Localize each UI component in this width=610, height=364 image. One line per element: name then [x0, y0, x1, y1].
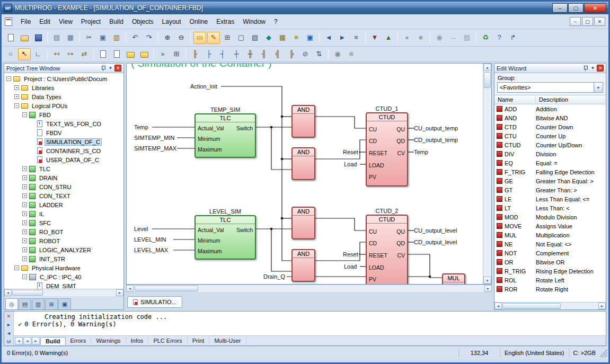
wizard-row-not[interactable]: NOTComplement: [494, 248, 606, 258]
swap-operands-button[interactable]: ⇅: [313, 48, 325, 60]
rebuild-button[interactable]: ♻: [479, 32, 492, 44]
expand-icon[interactable]: +: [14, 94, 19, 99]
wizard-row-move[interactable]: MOVEAssigns Value: [494, 221, 606, 230]
menu-view[interactable]: View: [55, 16, 77, 28]
wizard-hscroll-thumb[interactable]: [502, 303, 561, 309]
tree-hscroll-track[interactable]: [12, 289, 116, 296]
tree-item-sfc[interactable]: +SFC: [4, 218, 123, 227]
tree-item-logical-pous[interactable]: −Logical POUs: [4, 101, 123, 110]
message-tab-build[interactable]: Build: [40, 337, 66, 345]
tree-hscroll-thumb[interactable]: [12, 290, 43, 296]
insert-group-button[interactable]: [124, 48, 137, 60]
scroll-right-icon[interactable]: ►: [116, 289, 123, 296]
editor-vscroll-track[interactable]: [483, 71, 491, 277]
template-view-tab[interactable]: ▤: [19, 298, 31, 309]
magnet-button[interactable]: ◉: [331, 48, 344, 60]
editor-vscrollbar[interactable]: ▲ ▼: [483, 64, 491, 284]
mdi-minimize-button[interactable]: –: [570, 17, 581, 26]
tree-item-libraries[interactable]: +Libraries: [4, 83, 123, 92]
tree-item-drain[interactable]: +DRAIN: [4, 173, 123, 182]
expand-icon[interactable]: +: [22, 184, 27, 189]
expand-icon[interactable]: +: [22, 211, 27, 216]
fbd-variable-load[interactable]: Load: [344, 161, 357, 167]
tree-item-text-ws-for-co[interactable]: TEXT_WS_FOR_CO: [4, 119, 123, 128]
tree-item-c-ipc-ipc-40[interactable]: −C_IPC : IPC_40: [4, 272, 123, 281]
set-coil-button[interactable]: ╣: [271, 48, 284, 60]
panel-close-icon[interactable]: ✕: [597, 65, 604, 72]
fbd-variable-cu-output-level[interactable]: CU_output_level: [414, 227, 457, 234]
fbd-block-and[interactable]: AND: [291, 105, 315, 138]
chevron-down-icon[interactable]: ▼: [594, 83, 603, 92]
tree-item-user-data-of-c[interactable]: USER_DATA_OF_C: [4, 155, 123, 164]
wizard-row-r-trig[interactable]: R_TRIGRising Edge Detection: [494, 267, 606, 276]
wizard-row-eq[interactable]: EQEqual: =: [494, 158, 606, 167]
tree-item-project-c-users-public-docum[interactable]: −Project : C:\Users\Public\Docum: [4, 74, 123, 83]
close-message-icon[interactable]: ✕: [5, 313, 13, 319]
menu-online[interactable]: Online: [185, 16, 213, 28]
stop-button[interactable]: ■: [414, 32, 427, 44]
column-description[interactable]: Description: [536, 96, 606, 103]
worksheet-tab-simulation[interactable]: SIMULATIO...: [127, 296, 182, 308]
fbd-variable-action-init[interactable]: Action_init: [190, 83, 217, 90]
maximize-button[interactable]: ▢: [568, 3, 584, 13]
tree-item-robot[interactable]: +ROBOT: [4, 236, 123, 245]
contact-left-button[interactable]: ┤: [216, 48, 229, 60]
msg-tab-next-icon[interactable]: ►: [32, 337, 40, 345]
tree-item-fbdv[interactable]: FBDV: [4, 128, 123, 137]
contact-right-button[interactable]: ├: [202, 48, 215, 60]
fbd-mode-button[interactable]: ✎: [207, 32, 220, 44]
open-file-button[interactable]: [18, 32, 31, 44]
scroll-left-icon[interactable]: ◄: [494, 303, 502, 309]
page-layout-button[interactable]: ▧: [249, 32, 261, 44]
call-tree-button[interactable]: ≡: [350, 32, 363, 44]
coil-button[interactable]: ╢: [258, 48, 270, 60]
wizard-row-and[interactable]: ANDBitwise AND: [494, 113, 606, 122]
upload-project-button[interactable]: ▲: [382, 32, 395, 44]
resize-grip[interactable]: [600, 348, 607, 358]
document-icon[interactable]: [5, 17, 12, 26]
group-select[interactable]: <Favorites> ▼: [497, 82, 603, 93]
wizard-row-mod[interactable]: MODModulo Division: [494, 212, 606, 221]
fbd-block-ctud-1[interactable]: CTUD_1CTUDCUCDRESETLOADPVQUQDCV: [366, 112, 408, 187]
fbd-variable-simtemp-max[interactable]: SIMTEMP_MAX: [134, 145, 176, 152]
tree-item-ro-bot[interactable]: +RO_BOT: [4, 227, 123, 236]
redo-button[interactable]: ↷: [143, 32, 155, 44]
fbd-block-and[interactable]: AND: [291, 207, 315, 239]
mdi-restore-button[interactable]: ▢: [582, 17, 593, 26]
panel-menu-icon[interactable]: ▼: [589, 65, 596, 72]
fbd-variable-reset[interactable]: Reset: [343, 149, 358, 155]
scroll-right-icon[interactable]: ►: [484, 285, 492, 292]
zoom-tool-button[interactable]: ○: [4, 48, 17, 60]
hardware-view-tab[interactable]: ⊞: [45, 298, 58, 309]
menu-edit[interactable]: Edit: [35, 16, 55, 28]
tree-item-fbd[interactable]: −FBD: [4, 110, 123, 119]
wizard-row-ctu[interactable]: CTUCounter Up: [494, 131, 606, 140]
tree-item-logic-analyzer[interactable]: +LOGIC_ANALYZER: [4, 245, 123, 254]
print-preview-button[interactable]: ▤: [50, 32, 63, 44]
expand-icon[interactable]: +: [22, 175, 27, 180]
zoom-out-button[interactable]: ⊖: [175, 32, 188, 44]
force-button[interactable]: ▤: [461, 32, 473, 44]
menu-objects[interactable]: Objects: [128, 16, 158, 28]
download-project-button[interactable]: ▼: [368, 32, 381, 44]
collapse-icon[interactable]: −: [14, 265, 19, 270]
add-variable-button[interactable]: »: [156, 48, 169, 60]
single-step-button[interactable]: →: [447, 32, 459, 44]
ld-mode-button[interactable]: ▭: [193, 32, 206, 44]
grid-button[interactable]: ⊞: [221, 32, 234, 44]
fbd-variable-level[interactable]: Level: [134, 226, 148, 232]
paste-button[interactable]: ▥: [110, 32, 123, 44]
expand-icon[interactable]: +: [22, 193, 27, 198]
zoom-in-button[interactable]: ⊕: [161, 32, 174, 44]
multiuser-message-icon[interactable]: M: [5, 338, 13, 345]
cut-button[interactable]: ✂: [83, 32, 95, 44]
mdi-close-button[interactable]: ✕: [594, 17, 605, 26]
column-name[interactable]: Name: [494, 96, 536, 103]
editor-hscroll-track[interactable]: [134, 285, 484, 292]
wizard-row-gt[interactable]: GTGreater Than: >: [494, 185, 606, 194]
tree-item-container-is-co[interactable]: CONTAINER_IS_CO: [4, 146, 123, 155]
add-function-block-button[interactable]: ⊞: [170, 48, 183, 60]
libraries-view-tab[interactable]: ▥: [32, 298, 45, 309]
message-tab-errors[interactable]: Errors: [66, 337, 92, 344]
project-view-tab[interactable]: ◎: [5, 298, 18, 309]
